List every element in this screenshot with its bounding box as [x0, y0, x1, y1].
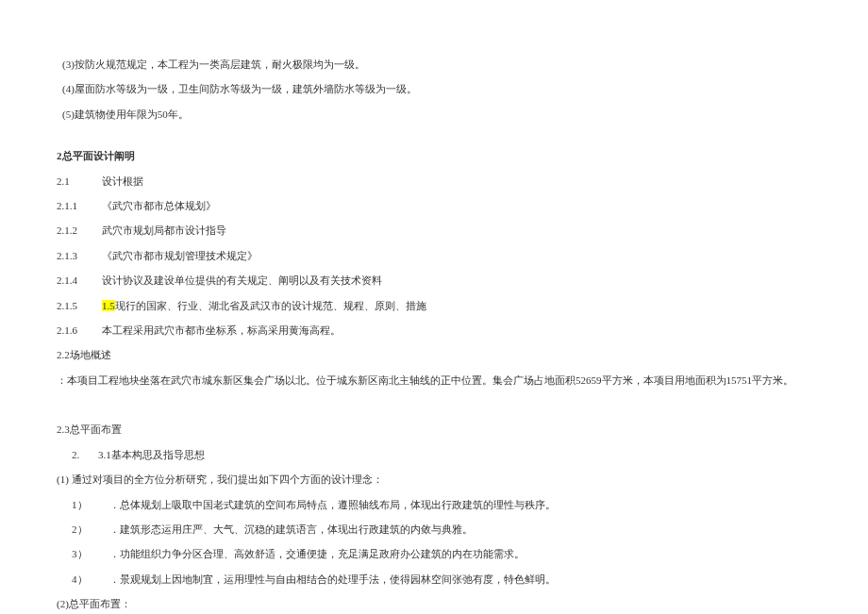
item-2-1-6: 2.1.6 本工程采用武穴市都市坐标系，标高采用黄海高程。: [57, 318, 811, 342]
item-number: 2.1.5: [57, 293, 102, 318]
design-idea-4: 4） ．景观规划上因地制宜，运用理性与自由相结合的处理手法，使得园林空间张弛有度…: [57, 567, 811, 591]
item-number: 2.1.4: [57, 268, 102, 292]
idea-number: 3）: [72, 541, 109, 566]
item-text: 《武穴市都市总体规划》: [102, 193, 216, 218]
item-2-1-5: 2.1.5 1.5现行的国家、行业、湖北省及武汉市的设计规范、规程、原则、措施: [57, 293, 811, 318]
sub-number: 2.: [72, 442, 98, 467]
item-2-1-3: 2.1.3 《武穴市都市规划管理技术规定》: [57, 243, 811, 268]
design-idea-3: 3） ．功能组织力争分区合理、高效舒适，交通便捷，充足满足政府办公建筑的内在功能…: [57, 541, 811, 566]
idea-text: ．总体规划上吸取中国老式建筑的空间布局特点，遵照轴线布局，体现出行政建筑的理性与…: [109, 492, 556, 517]
idea-text: ．景观规划上因地制宜，运用理性与自由相结合的处理手法，使得园林空间张弛有度，特色…: [109, 567, 556, 591]
section-2-title: 2总平面设计阐明: [57, 143, 811, 168]
sub-text: 3.1基本构思及指导思想: [98, 442, 205, 467]
heading-2-1: 2.1 设计根据: [57, 169, 811, 193]
item-number: 2.1.3: [57, 243, 102, 268]
item-text: 设计协议及建设单位提供的有关规定、阐明以及有关技术资料: [102, 268, 382, 292]
idea-text: ．建筑形态运用庄严、大气、沉稳的建筑语言，体现出行政建筑的内敛与典雅。: [109, 517, 473, 541]
heading-number: 2.1: [57, 169, 102, 193]
design-idea-2: 2） ．建筑形态运用庄严、大气、沉稳的建筑语言，体现出行政建筑的内敛与典雅。: [57, 517, 811, 541]
section-2-3: 2.3总平面布置 2. 3.1基本构思及指导思想 (1) 通过对项目的全方位分析…: [57, 417, 811, 614]
heading-2-2: 2.2场地概述: [57, 342, 811, 367]
paragraph-2-3-1: (1) 通过对项目的全方位分析研究，我们提出如下四个方面的设计理念：: [57, 467, 811, 491]
item-2-1-4: 2.1.4 设计协议及建设单位提供的有关规定、阐明以及有关技术资料: [57, 268, 811, 292]
idea-number: 2）: [72, 517, 109, 541]
paragraph-4: (4)屋面防水等级为一级，卫生间防水等级为一级，建筑外墙防水等级为一级。: [57, 76, 811, 101]
design-idea-1: 1） ．总体规划上吸取中国老式建筑的空间布局特点，遵照轴线布局，体现出行政建筑的…: [57, 492, 811, 517]
item-number: 2.1.1: [57, 193, 102, 218]
item-2-1-2: 2.1.2 武穴市规划局都市设计指导: [57, 218, 811, 242]
item-text-rest: 现行的国家、行业、湖北省及武汉市的设计规范、规程、原则、措施: [115, 300, 426, 311]
idea-text: ．功能组织力争分区合理、高效舒适，交通便捷，充足满足政府办公建筑的内在功能需求。: [109, 541, 525, 566]
item-text: 本工程采用武穴市都市坐标系，标高采用黄海高程。: [102, 318, 341, 342]
item-2-1-1: 2.1.1 《武穴市都市总体规划》: [57, 193, 811, 218]
paragraph-5: (5)建筑物使用年限为50年。: [57, 102, 811, 126]
content-2-2: ：本项目工程地块坐落在武穴市城东新区集会广场以北。位于城东新区南北主轴线的正中位…: [57, 368, 811, 392]
section-2-2: 2.2场地概述 ：本项目工程地块坐落在武穴市城东新区集会广场以北。位于城东新区南…: [57, 342, 811, 392]
section-1-tail: (3)按防火规范规定，本工程为一类高层建筑，耐火极限均为一级。 (4)屋面防水等…: [57, 52, 811, 126]
item-text: 武穴市规划局都市设计指导: [102, 218, 226, 242]
paragraph-2-3-2: (2)总平面布置：: [57, 591, 811, 614]
idea-number: 4）: [72, 567, 109, 591]
item-number: 2.1.2: [57, 218, 102, 242]
subheading-2-3-1: 2. 3.1基本构思及指导思想: [57, 442, 811, 467]
item-text: 《武穴市都市规划管理技术规定》: [102, 243, 258, 268]
heading-2-3: 2.3总平面布置: [57, 417, 811, 441]
heading-text: 设计根据: [102, 169, 143, 193]
highlighted-text: 1.5: [102, 300, 115, 311]
item-number: 2.1.6: [57, 318, 102, 342]
paragraph-3: (3)按防火规范规定，本工程为一类高层建筑，耐火极限均为一级。: [57, 52, 811, 76]
section-2-1: 2.1 设计根据 2.1.1 《武穴市都市总体规划》 2.1.2 武穴市规划局都…: [57, 169, 811, 343]
idea-number: 1）: [72, 492, 109, 517]
item-text: 1.5现行的国家、行业、湖北省及武汉市的设计规范、规程、原则、措施: [102, 293, 426, 318]
